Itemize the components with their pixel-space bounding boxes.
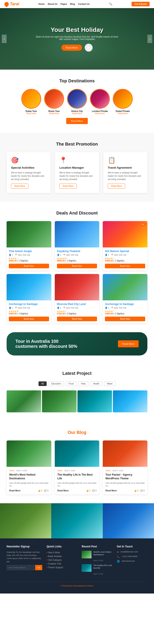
nav-pages[interactable]: Pages <box>61 3 67 5</box>
blog-info-0: Taval April 5, 2022 World's Most Hottest… <box>7 467 51 494</box>
deal-stars-4: ★★★★☆ <box>57 310 97 312</box>
hero-play-button[interactable]: ▶ <box>85 44 93 52</box>
promo-banner-button[interactable]: Read More <box>118 340 139 347</box>
dest-circle-1[interactable] <box>44 89 64 109</box>
footer-link-3[interactable]: Creative Trail <box>47 562 77 566</box>
footer-link-4[interactable]: Theme Support <box>47 566 77 569</box>
list-item: Rome Tour Read More <box>44 89 64 114</box>
project-img-3[interactable] <box>113 390 147 412</box>
footer-recent-post-title-1[interactable]: The healthy life is the best life <box>93 564 112 570</box>
deal-meta-2: 👤 2 📍 New York City <box>105 254 145 256</box>
blog-author-1: Taval <box>57 470 62 472</box>
dest-read-2[interactable]: Read More <box>67 112 87 114</box>
dest-circle-2[interactable] <box>67 89 87 109</box>
footer-email-input[interactable] <box>7 565 35 570</box>
blog-read-more-2[interactable]: Read More <box>105 490 117 492</box>
deal-card-5: Anchorage to Santiago 👤 2 📍 New York Cit… <box>103 274 147 324</box>
blog-post-title-2: Tour Packer - Agency WordPress Theme <box>105 473 145 480</box>
dest-circle-4[interactable] <box>113 89 133 109</box>
footer-link-2[interactable]: Visit Category <box>47 558 77 562</box>
filter-education[interactable]: Education <box>48 382 64 386</box>
deal-card-3: Anchorage to Santiago 👤 2 📍 New York Cit… <box>7 274 51 324</box>
dest-read-4[interactable]: Read More <box>113 112 133 114</box>
hero-prev-button[interactable]: ‹ <box>2 35 7 43</box>
deal-price-4: €700.00 / 1 Night(s) <box>57 312 97 315</box>
footer-subscribe-button[interactable]: Go <box>35 565 42 570</box>
deal-meta-5: 👤 2 📍 New York City <box>105 307 145 309</box>
blog-card-0: Taval April 5, 2022 World's Most Hottest… <box>7 440 51 494</box>
deal-meta-4: 👤 6 📍 New York City <box>57 307 97 309</box>
deal-book-btn-5[interactable]: Book Now <box>105 316 145 321</box>
nav-blog[interactable]: Blog <box>70 3 75 5</box>
dest-read-1[interactable]: Read More <box>44 112 64 114</box>
get-quote-button[interactable]: Get A Quote <box>131 2 149 6</box>
nav-contact[interactable]: Contact Us <box>78 3 90 5</box>
filter-food[interactable]: Food <box>66 382 77 386</box>
deal-title-1[interactable]: Kayaking Thailand <box>57 250 97 253</box>
footer-phone-text: +1(12) 4000-9090 <box>122 555 137 558</box>
blog-post-title-0: World's Most Hottest Destinations <box>9 473 49 480</box>
filter-all[interactable]: All <box>39 382 47 386</box>
destinations-read-more-button[interactable]: Read More <box>66 118 88 124</box>
gallery-item-1[interactable] <box>51 503 102 538</box>
footer-newsletter-form: Go <box>7 565 42 570</box>
destinations-grid: Dubai Tour Read More Rome Tour Read More… <box>7 89 147 114</box>
blog-excerpt-1: Over 39,000 people work for us in more t… <box>57 482 97 488</box>
deal-book-btn-0[interactable]: Book Now <box>9 264 49 268</box>
project-filters: All Education Food Help Health Water <box>7 382 147 386</box>
deal-title-4[interactable]: Moscow Red City Land <box>57 302 97 306</box>
filter-help[interactable]: Help <box>78 382 88 386</box>
deal-info-0: Thai Island Jungle 👤 2 📍 New York City ★… <box>7 248 51 270</box>
promo-btn-1[interactable]: Read More <box>59 184 77 188</box>
blog-meta-1: Taval April 5, 2022 <box>57 470 97 472</box>
promo-btn-2[interactable]: Read More <box>108 184 125 188</box>
footer-recent-post-title-0[interactable]: World's most hottest destinations <box>93 551 112 556</box>
gallery-item-0[interactable] <box>0 503 51 538</box>
project-img-1[interactable] <box>42 390 77 412</box>
footer-website: 🌐 www.taval.com <box>117 560 147 563</box>
footer-link-0[interactable]: How It Work <box>47 551 77 554</box>
deal-price-0: €400.00 / 1 Night(s) <box>9 260 49 262</box>
deal-meta-1: 👤 5 📍 New York City <box>57 254 97 256</box>
search-icon[interactable]: 🔍 <box>109 2 112 6</box>
blog-date-1: April 5, 2022 <box>64 470 75 472</box>
deal-title-5[interactable]: Anchorage to Santiago <box>105 302 145 306</box>
hero-next-button[interactable]: › <box>147 35 152 43</box>
project-img-2[interactable] <box>77 390 112 412</box>
hero-buttons: Read More ▶ <box>35 44 119 52</box>
dest-circle-3[interactable] <box>90 89 110 109</box>
deal-bg-0 <box>7 221 51 248</box>
deal-title-2[interactable]: Hot Baloon Special <box>105 250 145 253</box>
footer-developer[interactable]: Colorize <box>86 585 93 587</box>
footer-link-1[interactable]: Aulas Aseliato <box>47 554 77 558</box>
deal-book-btn-3[interactable]: Book Now <box>9 316 49 321</box>
deal-title-0[interactable]: Thai Island Jungle <box>9 250 49 253</box>
blog-read-more-0[interactable]: Read More <box>9 490 21 492</box>
promo-title-1: Location Manager <box>59 166 95 169</box>
deal-book-btn-1[interactable]: Book Now <box>57 264 97 268</box>
nav-about[interactable]: About Us <box>48 3 57 5</box>
hero-subtitle: Etiam sit amet orci eget eros faucibus t… <box>35 36 119 40</box>
dest-circle-0[interactable] <box>21 89 41 109</box>
dest-read-3[interactable]: Read More <box>90 112 110 114</box>
filter-water[interactable]: Water <box>104 382 115 386</box>
nav-home[interactable]: Home <box>39 3 45 5</box>
hero-read-button[interactable]: Read More <box>61 44 82 51</box>
logo[interactable]: Taral <box>5 2 19 6</box>
deal-book-btn-4[interactable]: Book Now <box>57 316 97 321</box>
hero-content: Your Best Holiday Etiam sit amet orci eg… <box>35 26 119 52</box>
dest-read-0[interactable]: Read More <box>21 112 41 114</box>
footer-newsletter-desc: Subscribe To Our Newsletter And Get Dail… <box>7 551 42 564</box>
promo-banner: Tour in Australia 100 customers with dis… <box>7 332 147 356</box>
project-img-0[interactable] <box>7 390 41 412</box>
deal-title-3[interactable]: Anchorage to Santiago <box>9 302 49 306</box>
deal-book-btn-2[interactable]: Book Now <box>105 264 145 268</box>
blog-read-more-1[interactable]: Read More <box>57 490 69 492</box>
filter-health[interactable]: Health <box>90 382 102 386</box>
gallery-item-2[interactable] <box>103 503 154 538</box>
deal-img-1 <box>55 221 99 248</box>
gallery-strip <box>0 503 154 538</box>
deal-stars-5: ★★★★☆ <box>105 310 145 312</box>
promo-btn-0[interactable]: Read More <box>11 184 28 188</box>
blog-actions-2: Read More 👍 0 💬 0 <box>105 490 145 492</box>
